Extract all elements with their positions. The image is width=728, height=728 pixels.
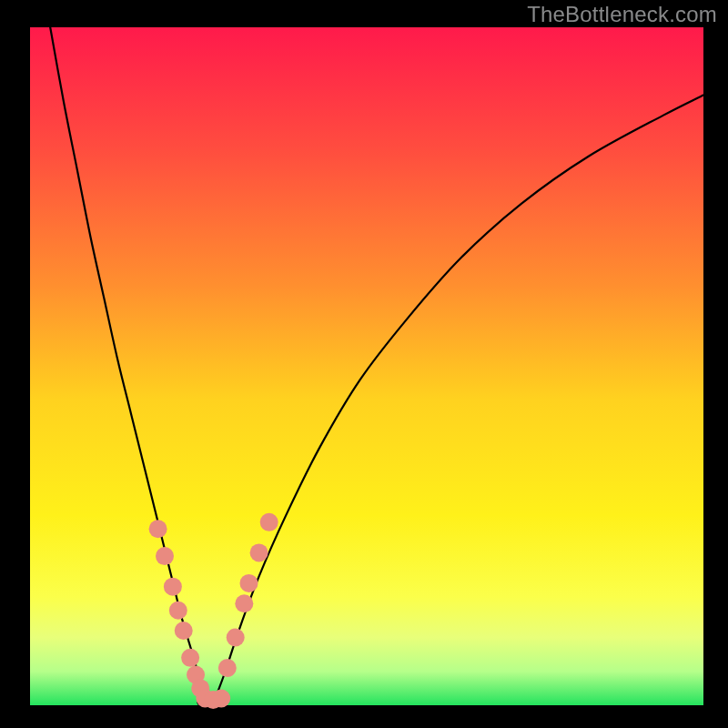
marker-dot	[156, 547, 174, 565]
chart-svg	[0, 0, 728, 728]
marker-dot	[164, 578, 182, 596]
marker-dot	[250, 543, 268, 561]
marker-dot	[212, 690, 230, 708]
marker-dot	[181, 649, 199, 667]
chart-frame: TheBottleneck.com	[0, 0, 728, 728]
marker-dot	[175, 622, 193, 640]
marker-dot	[235, 594, 253, 612]
gradient-background	[30, 27, 703, 705]
marker-dot	[240, 574, 258, 592]
watermark-text: TheBottleneck.com	[527, 2, 717, 27]
marker-dot	[149, 520, 167, 538]
marker-dot	[227, 629, 245, 647]
marker-dot	[218, 659, 237, 677]
marker-dot	[260, 513, 278, 531]
marker-dot	[169, 602, 187, 620]
